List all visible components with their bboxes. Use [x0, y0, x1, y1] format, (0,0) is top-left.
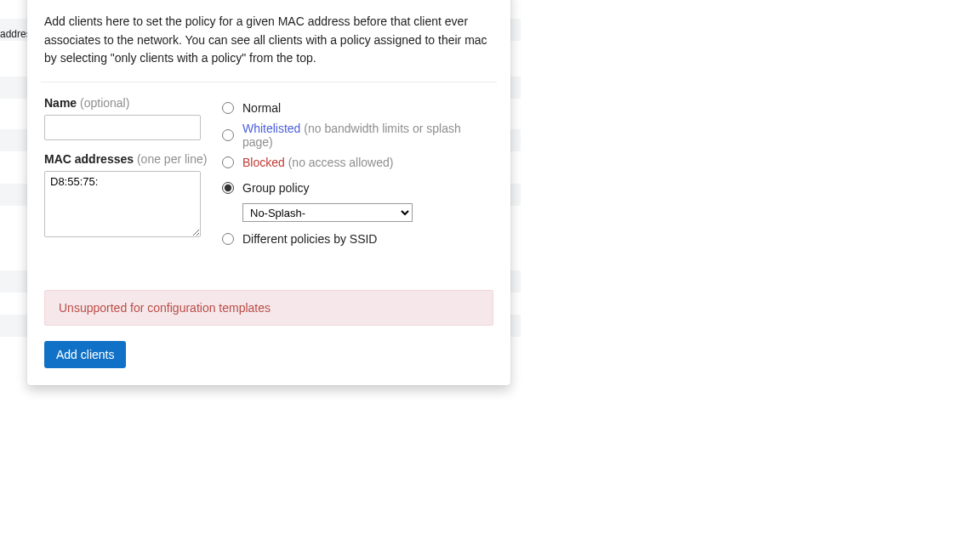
radio-group-policy-input[interactable] — [222, 182, 234, 194]
radio-whitelisted-label: Whitelisted (no bandwidth limits or spla… — [242, 122, 493, 149]
radio-blocked-label: Blocked (no access allowed) — [242, 156, 393, 169]
alert-unsupported: Unsupported for configuration templates — [44, 290, 493, 326]
radio-whitelisted[interactable]: Whitelisted (no bandwidth limits or spla… — [222, 122, 493, 149]
name-label: Name (optional) — [44, 96, 219, 110]
radio-blocked[interactable]: Blocked (no access allowed) — [222, 151, 493, 174]
radio-normal-label: Normal — [242, 101, 281, 115]
radio-group-policy-label: Group policy — [242, 181, 310, 195]
radio-blocked-input[interactable] — [222, 156, 234, 168]
radio-different-policies[interactable]: Different policies by SSID — [222, 227, 493, 251]
name-input[interactable] — [44, 115, 201, 140]
mac-label: MAC addresses (one per line) — [44, 152, 219, 166]
radio-different-policies-input[interactable] — [222, 233, 234, 245]
radio-group-policy[interactable]: Group policy — [222, 176, 493, 200]
radio-whitelisted-input[interactable] — [222, 129, 234, 141]
modal-intro-text: Add clients here to set the policy for a… — [44, 13, 493, 68]
policy-radio-group: Normal Whitelisted (no bandwidth limits … — [222, 96, 493, 251]
add-clients-button[interactable]: Add clients — [44, 341, 126, 368]
radio-different-policies-label: Different policies by SSID — [242, 232, 377, 246]
divider — [41, 82, 497, 82]
group-policy-select[interactable]: No-Splash- — [242, 203, 413, 222]
add-clients-modal: Add clients here to set the policy for a… — [27, 0, 510, 385]
mac-addresses-textarea[interactable]: D8:55:75: — [44, 171, 201, 237]
radio-normal[interactable]: Normal — [222, 96, 493, 120]
radio-normal-input[interactable] — [222, 102, 234, 114]
